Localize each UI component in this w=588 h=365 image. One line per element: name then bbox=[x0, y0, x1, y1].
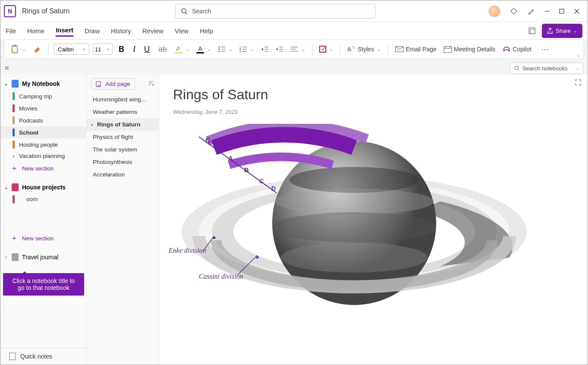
outdent-button[interactable] bbox=[259, 44, 270, 54]
sort-icon[interactable] bbox=[148, 80, 154, 88]
share-button[interactable]: Share ⌄ bbox=[542, 24, 582, 38]
svg-point-49 bbox=[274, 189, 434, 214]
section-vacation-planning[interactable]: ›Vacation planning bbox=[0, 151, 86, 161]
menu-help[interactable]: Help bbox=[200, 25, 213, 36]
page-rings-of-saturn[interactable]: Rings of Saturn bbox=[87, 118, 159, 131]
search-box[interactable]: Search bbox=[175, 4, 376, 19]
menu-insert[interactable]: Insert bbox=[56, 25, 73, 37]
page-hummingbird[interactable]: Hummingbird wing… bbox=[87, 93, 159, 106]
menu-history[interactable]: History bbox=[111, 25, 131, 36]
svg-text:D: D bbox=[271, 185, 276, 192]
align-button[interactable]: ⌄ bbox=[289, 44, 307, 54]
note-canvas[interactable]: Rings of Saturn Wednesday, June 7, 2023 bbox=[159, 75, 588, 365]
quick-notes-button[interactable]: Quick notes bbox=[0, 348, 86, 365]
notebook-travel-journal[interactable]: › Travel journal bbox=[0, 251, 86, 264]
svg-text:A: A bbox=[347, 46, 352, 53]
styles-button[interactable]: AStyles⌄ bbox=[346, 44, 383, 55]
section-movies[interactable]: Movies bbox=[0, 102, 86, 114]
bold-button[interactable]: B bbox=[116, 45, 127, 54]
section-hosting-people[interactable]: Hosting people bbox=[0, 138, 86, 151]
indent-button[interactable] bbox=[274, 44, 285, 54]
secondary-strip: ≡ Search notebooks ⌄ bbox=[0, 62, 588, 75]
svg-point-51 bbox=[281, 242, 428, 273]
search-notebooks[interactable]: Search notebooks ⌄ bbox=[510, 63, 583, 74]
font-color-button[interactable]: A⌄ bbox=[195, 43, 213, 55]
menu-view[interactable]: View bbox=[175, 25, 189, 36]
page-physics[interactable]: Physics of flight bbox=[87, 131, 159, 143]
page-acceleration[interactable]: Accelaration bbox=[87, 168, 159, 181]
font-select[interactable]: Cailbri bbox=[54, 44, 89, 55]
chevron-down-icon: ⌄ bbox=[4, 184, 8, 190]
annotation-enke: Enke division bbox=[169, 247, 206, 255]
tooltip-callout: Click a notebook title to go to that not… bbox=[3, 273, 84, 296]
section-camping-trip[interactable]: Camping trip bbox=[0, 90, 86, 102]
svg-text:3: 3 bbox=[239, 50, 241, 53]
diamond-icon[interactable] bbox=[510, 7, 518, 15]
user-avatar[interactable] bbox=[488, 5, 500, 17]
share-label: Share bbox=[556, 26, 571, 36]
menu-review[interactable]: Review bbox=[142, 25, 164, 36]
saturn-figure: G F A B C D Enke division Cassini divisi… bbox=[173, 124, 527, 322]
section-podcasts[interactable]: Podcasts bbox=[0, 114, 86, 126]
expand-icon[interactable] bbox=[575, 79, 582, 88]
menu-file[interactable]: File bbox=[6, 25, 16, 36]
svg-point-50 bbox=[272, 212, 436, 242]
bullets-button[interactable]: ⌄ bbox=[216, 44, 234, 54]
page-solar-system[interactable]: The solar system bbox=[87, 143, 159, 156]
svg-point-0 bbox=[182, 9, 186, 13]
chevron-down-icon: ⌄ bbox=[573, 26, 577, 35]
svg-text:B: B bbox=[244, 166, 249, 173]
format-painter-button[interactable] bbox=[31, 43, 43, 55]
page-title[interactable]: Rings of Saturn bbox=[173, 87, 574, 103]
notebook-my-notebook[interactable]: ⌄ My Notebook bbox=[0, 77, 86, 90]
svg-rect-8 bbox=[530, 29, 535, 34]
annotation-cassini: Cassini division bbox=[199, 273, 243, 280]
window-controls bbox=[488, 5, 584, 17]
notebook-house-projects[interactable]: ⌄ House projects bbox=[0, 181, 86, 194]
svg-rect-4 bbox=[560, 9, 564, 13]
maximize-icon[interactable] bbox=[559, 9, 564, 14]
close-icon[interactable] bbox=[574, 8, 580, 14]
plus-icon: ＋ bbox=[11, 234, 18, 243]
svg-point-13 bbox=[219, 49, 220, 50]
svg-text:A: A bbox=[228, 154, 233, 162]
email-page-button[interactable]: Email Page bbox=[393, 44, 438, 54]
ribbon: ⌄ Cailbri 11 B I U ab ⌄ A⌄ ⌄ 123⌄ ⌄ ✓⌄ A… bbox=[4, 39, 584, 59]
main-area: ⌄ My Notebook Camping trip Movies Podcas… bbox=[0, 75, 588, 365]
strikethrough-button[interactable]: ab bbox=[156, 45, 170, 54]
svg-rect-40 bbox=[9, 353, 16, 360]
svg-marker-2 bbox=[511, 8, 517, 14]
open-window-icon[interactable] bbox=[528, 27, 536, 35]
chevron-right-icon: › bbox=[4, 254, 8, 260]
search-icon bbox=[181, 8, 188, 15]
add-page-button[interactable]: + Add page bbox=[91, 78, 135, 90]
meeting-details-button[interactable]: Meeting Details bbox=[442, 44, 497, 55]
menu-home[interactable]: Home bbox=[27, 25, 44, 36]
paste-button[interactable]: ⌄ bbox=[9, 43, 28, 56]
chevron-right-icon: › bbox=[13, 153, 15, 159]
font-size-select[interactable]: 11 bbox=[93, 44, 113, 55]
new-section-button[interactable]: ＋New section bbox=[0, 161, 86, 176]
page-photosynthesis[interactable]: Photosynthesis bbox=[87, 156, 159, 168]
highlight-button[interactable]: ⌄ bbox=[173, 43, 191, 55]
copilot-button[interactable]: Copilot bbox=[500, 44, 533, 55]
page-weather[interactable]: Weather patterns bbox=[87, 106, 159, 118]
menu-draw[interactable]: Draw bbox=[85, 25, 100, 36]
svg-point-38 bbox=[515, 66, 518, 69]
pen-icon[interactable] bbox=[527, 7, 535, 15]
underline-button[interactable]: U bbox=[141, 45, 152, 54]
nav-toggle-icon[interactable]: ≡ bbox=[5, 64, 9, 72]
italic-button[interactable]: I bbox=[130, 45, 138, 54]
minimize-icon[interactable] bbox=[544, 9, 550, 14]
svg-line-1 bbox=[186, 13, 187, 14]
search-icon bbox=[514, 65, 520, 71]
todo-tag-button[interactable]: ✓⌄ bbox=[318, 44, 335, 54]
section-room[interactable]: oom bbox=[0, 194, 86, 205]
numbering-button[interactable]: 123⌄ bbox=[238, 44, 256, 54]
pages-sidebar: + Add page Hummingbird wing… Weather pat… bbox=[87, 75, 159, 365]
new-section-button[interactable]: ＋New section bbox=[0, 231, 86, 245]
ribbon-expand-icon[interactable]: ⌄ bbox=[576, 52, 580, 58]
section-school[interactable]: School bbox=[0, 126, 86, 138]
ribbon-more-button[interactable]: ⋯ bbox=[539, 43, 550, 56]
svg-text:F: F bbox=[215, 145, 219, 152]
